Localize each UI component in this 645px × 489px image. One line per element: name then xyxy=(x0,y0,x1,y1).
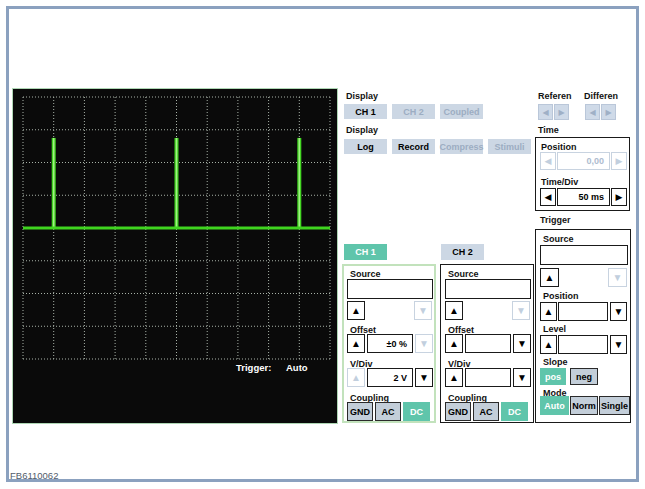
display-modes-label: Display xyxy=(346,125,378,135)
time-position-decrement-button[interactable]: ◀ xyxy=(540,152,556,170)
mode-single-button[interactable]: Single xyxy=(599,396,630,415)
reference-label: Referen xyxy=(538,91,572,101)
trigger-level-up-button[interactable]: ▲ xyxy=(540,335,557,354)
right-arrow-icon: ▶ xyxy=(616,156,623,166)
ch2-offset-down-button[interactable]: ▼ xyxy=(513,334,531,353)
difference-prev-button[interactable]: ◀ xyxy=(585,104,600,120)
slope-neg-button[interactable]: neg xyxy=(570,368,598,385)
trigger-source-down-button[interactable]: ▼ xyxy=(608,268,627,287)
ch2-vdiv-down-button[interactable]: ▼ xyxy=(513,368,531,387)
left-arrow-icon: ◀ xyxy=(545,192,552,202)
timediv-decrement-button[interactable]: ◀ xyxy=(540,188,556,206)
right-arrow-icon: ▶ xyxy=(605,108,611,117)
left-arrow-icon: ◀ xyxy=(589,108,595,117)
ch2-source-input[interactable] xyxy=(445,279,531,299)
up-arrow-icon: ▲ xyxy=(449,305,459,316)
trigger-level-down-button[interactable]: ▼ xyxy=(610,335,627,354)
up-arrow-icon: ▲ xyxy=(544,306,554,317)
scope-trigger-value: Auto xyxy=(286,362,308,373)
ch1-source-up-button[interactable]: ▲ xyxy=(347,301,365,320)
display-ch2-button[interactable]: CH 2 xyxy=(392,104,435,119)
trigger-position-field[interactable] xyxy=(558,302,608,321)
ch1-coupling-gnd-button[interactable]: GND xyxy=(347,402,373,421)
difference-next-button[interactable]: ▶ xyxy=(601,104,616,120)
ch2-coupling-dc-button[interactable]: DC xyxy=(501,402,528,421)
ch2-source-down-button[interactable]: ▼ xyxy=(512,301,530,320)
right-arrow-icon: ▶ xyxy=(616,192,623,202)
difference-label: Differen xyxy=(584,91,618,101)
timediv-field[interactable]: 50 ms xyxy=(557,188,610,206)
down-arrow-icon: ▼ xyxy=(418,305,428,316)
ch1-source-down-button[interactable]: ▼ xyxy=(414,301,432,320)
ch1-vdiv-field[interactable]: 2 V xyxy=(367,368,413,387)
mode-norm-button[interactable]: Norm xyxy=(570,396,598,415)
ch2-coupling-gnd-button[interactable]: GND xyxy=(445,402,471,421)
trigger-level-field[interactable] xyxy=(558,335,608,354)
down-arrow-icon: ▼ xyxy=(419,338,429,349)
ch2-offset-field[interactable] xyxy=(465,334,511,353)
up-arrow-icon: ▲ xyxy=(351,305,361,316)
ch1-offset-field[interactable]: ±0 % xyxy=(367,334,413,353)
figure-id: FB6110062 xyxy=(10,470,58,481)
time-position-field[interactable]: 0,00 xyxy=(557,152,610,170)
up-arrow-icon: ▲ xyxy=(545,272,555,283)
ch2-offset-up-button[interactable]: ▲ xyxy=(445,334,463,353)
ch2-vdiv-up-button[interactable]: ▲ xyxy=(445,368,463,387)
reference-next-button[interactable]: ▶ xyxy=(554,104,569,120)
up-arrow-icon: ▲ xyxy=(351,338,361,349)
ch2-source-label: Source xyxy=(448,269,479,279)
display-ch1-button[interactable]: CH 1 xyxy=(344,104,387,119)
trigger-position-up-button[interactable]: ▲ xyxy=(540,302,557,321)
timediv-label: Time/Div xyxy=(541,177,578,187)
stimuli-button[interactable]: Stimuli xyxy=(488,139,531,154)
left-arrow-icon: ◀ xyxy=(542,108,548,117)
trigger-level-label: Level xyxy=(543,324,566,334)
ch1-offset-up-button[interactable]: ▲ xyxy=(347,334,365,353)
time-position-increment-button[interactable]: ▶ xyxy=(611,152,627,170)
up-arrow-icon: ▲ xyxy=(449,372,459,383)
mode-auto-button[interactable]: Auto xyxy=(540,396,569,415)
scope-trigger-label: Trigger: xyxy=(236,362,271,373)
display-channels-label: Display xyxy=(346,91,378,101)
up-arrow-icon: ▲ xyxy=(351,372,361,383)
display-coupled-button[interactable]: Coupled xyxy=(440,104,483,119)
down-arrow-icon: ▼ xyxy=(613,272,623,283)
scope-trace: Trigger: Auto xyxy=(13,89,337,423)
ch1-tab-button[interactable]: CH 1 xyxy=(344,244,387,260)
down-arrow-icon: ▼ xyxy=(516,305,526,316)
ch2-tab-button[interactable]: CH 2 xyxy=(441,244,484,260)
ch2-vdiv-field[interactable] xyxy=(465,368,511,387)
trigger-label: Trigger xyxy=(540,215,571,225)
trigger-slope-label: Slope xyxy=(543,357,568,367)
ch1-source-input[interactable] xyxy=(347,279,433,299)
ch2-source-up-button[interactable]: ▲ xyxy=(445,301,463,320)
slope-pos-button[interactable]: pos xyxy=(540,368,566,385)
left-arrow-icon: ◀ xyxy=(545,156,552,166)
compress-button[interactable]: Compress xyxy=(440,139,483,154)
down-arrow-icon: ▼ xyxy=(517,372,527,383)
down-arrow-icon: ▼ xyxy=(419,372,429,383)
ch1-coupling-ac-button[interactable]: AC xyxy=(375,402,401,421)
ch1-offset-down-button[interactable]: ▼ xyxy=(415,334,433,353)
trigger-source-input[interactable] xyxy=(540,245,628,265)
trigger-source-label: Source xyxy=(543,234,574,244)
ch2-coupling-ac-button[interactable]: AC xyxy=(473,402,499,421)
trigger-position-down-button[interactable]: ▼ xyxy=(610,302,627,321)
up-arrow-icon: ▲ xyxy=(449,338,459,349)
trigger-source-up-button[interactable]: ▲ xyxy=(540,268,559,287)
scope-display: Trigger: Auto xyxy=(12,88,338,424)
right-arrow-icon: ▶ xyxy=(558,108,564,117)
down-arrow-icon: ▼ xyxy=(517,338,527,349)
ch1-coupling-dc-button[interactable]: DC xyxy=(403,402,430,421)
time-position-label: Position xyxy=(541,142,577,152)
ch1-source-label: Source xyxy=(350,269,381,279)
ch1-vdiv-down-button[interactable]: ▼ xyxy=(415,368,433,387)
log-button[interactable]: Log xyxy=(344,139,387,154)
timediv-increment-button[interactable]: ▶ xyxy=(611,188,627,206)
down-arrow-icon: ▼ xyxy=(614,339,624,350)
record-button[interactable]: Record xyxy=(392,139,435,154)
reference-prev-button[interactable]: ◀ xyxy=(538,104,553,120)
up-arrow-icon: ▲ xyxy=(544,339,554,350)
trigger-position-label: Position xyxy=(543,291,579,301)
ch1-vdiv-up-button[interactable]: ▲ xyxy=(347,368,365,387)
